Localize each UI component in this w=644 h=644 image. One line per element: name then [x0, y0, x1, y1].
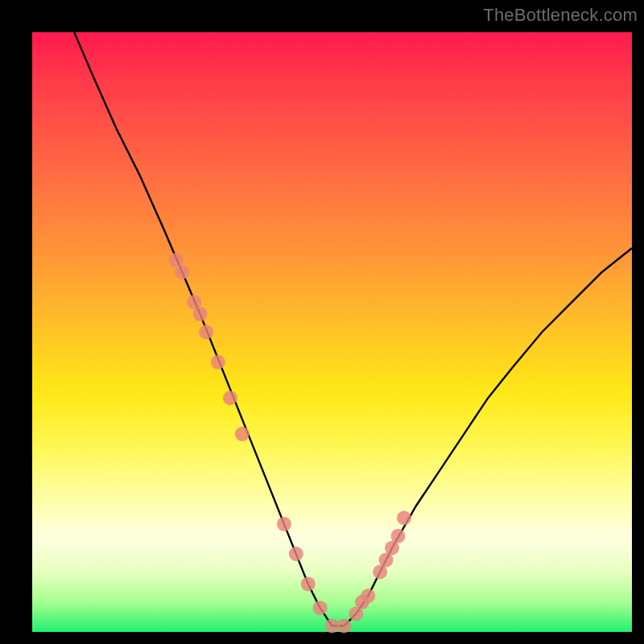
scatter-dot — [193, 307, 208, 321]
scatter-dot — [336, 619, 351, 634]
plot-area — [32, 32, 632, 632]
scatter-dot — [390, 529, 405, 543]
scatter-dot — [223, 390, 237, 405]
scatter-dot — [361, 588, 375, 603]
scatter-dot — [199, 325, 213, 340]
scatter-dot — [289, 547, 303, 561]
chart-frame: TheBottleneck.com — [0, 0, 644, 644]
scatter-dot — [313, 601, 328, 615]
scatter-dot — [277, 517, 291, 531]
scatter-dot — [175, 265, 189, 279]
scatter-dot — [235, 427, 250, 441]
watermark-text: TheBottleneck.com — [483, 5, 638, 26]
chart-svg — [32, 32, 632, 632]
bottleneck-curve — [74, 32, 632, 626]
scatter-dot — [397, 511, 411, 526]
scatter-dot — [211, 355, 225, 369]
scatter-dots — [169, 253, 411, 633]
scatter-dot — [301, 576, 316, 591]
